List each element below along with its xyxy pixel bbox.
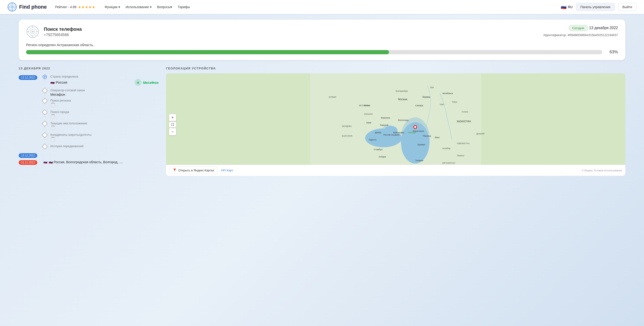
- zoom-out-button[interactable]: −: [169, 128, 176, 136]
- map-pin-icon: 📍: [172, 168, 177, 172]
- logo-icon: [8, 2, 17, 12]
- svg-text:Ашхабад: Ашхабад: [442, 147, 450, 150]
- search-info: Поиск телефона +79275654566: [26, 25, 82, 38]
- map-footer: 📍 Открыть в Яндекс.Картах API Карт © Янд…: [166, 165, 625, 176]
- tl-group-coords: Координаты широты/долготы: [41, 133, 158, 142]
- svg-text:Челябинск: Челябинск: [442, 92, 453, 95]
- left-column: 13 ДЕКАБРЯ 2022 13.12.2022 Страна опреде…: [19, 67, 158, 167]
- navbar: Find phone Рейтинг - 4.89 ★★★★★ Функции …: [0, 0, 644, 14]
- coords-spinner-icon: [50, 137, 56, 142]
- nav-usage[interactable]: Использование ▾: [126, 5, 152, 9]
- progress-fill: [26, 50, 389, 54]
- svg-text:Астана: Астана: [462, 111, 468, 113]
- city-label: Поиск города: [50, 110, 158, 114]
- tl-dot-inner-1: [44, 76, 46, 78]
- svg-text:Самара: Самара: [415, 104, 424, 107]
- logout-button[interactable]: Выйти: [618, 3, 636, 11]
- svg-text:Киев: Киев: [366, 121, 371, 124]
- timeline-entry-history1: 13.12.2022: [19, 153, 158, 158]
- tl-group-city: Поиск города: [41, 110, 158, 119]
- tl-group-history: История передвижений: [41, 144, 158, 149]
- timeline-date-2: 13.12.2022: [19, 153, 37, 158]
- country-value: 🇷🇺 Россия М МегаФон: [50, 79, 158, 86]
- megafon-logo-area: 🇷🇺 Россия М МегаФон: [50, 79, 158, 86]
- search-card: Поиск телефона +79275654566 Сегодня: 13 …: [19, 19, 625, 60]
- nav-features[interactable]: Функции ▾: [105, 5, 120, 9]
- today-badge: Сегодня:: [569, 25, 588, 31]
- progress-percent: 63%: [606, 50, 618, 54]
- svg-text:Тегеран: Тегеран: [415, 159, 424, 162]
- svg-text:БЕЛАРУСЬ: БЕЛАРУСЬ: [359, 104, 370, 107]
- id-value: 4f99d90f39694cf15bef325122194637: [568, 33, 618, 37]
- rating-label: Рейтинг - 4.89: [55, 5, 76, 9]
- svg-text:Ереван: Ереван: [418, 143, 425, 146]
- svg-text:МОЛДОВА: МОЛДОВА: [342, 125, 352, 127]
- search-id: Идентификатор: 4f99d90f39694cf15bef32512…: [544, 33, 618, 37]
- operator-value: Мегафон: [50, 92, 158, 96]
- brand-name: Find phone: [19, 4, 47, 10]
- tl-connector-1: [41, 75, 48, 81]
- svg-point-15: [32, 31, 33, 32]
- map-container: Москва Казань Челябинск Минск Самара Вор…: [166, 73, 625, 176]
- tl-group-region: Поиск региона: [41, 98, 158, 108]
- dashboard-button[interactable]: Панель управления: [576, 3, 615, 11]
- coords-label: Координаты широты/долготы: [50, 133, 158, 137]
- timeline-date-1: 13.12.2022: [19, 75, 37, 80]
- brand-logo[interactable]: Find phone: [8, 2, 47, 12]
- svg-text:Тбилиси: Тбилиси: [422, 135, 431, 137]
- map-title: ГЕОЛОКАЦИЯ УСТРОЙСТВА: [166, 67, 625, 70]
- svg-text:УЗБЕКИСТАН: УЗБЕКИСТАН: [457, 142, 469, 145]
- navbar-right: 🇷🇺 RU Панель управления Выйти: [561, 3, 636, 11]
- svg-text:Воронеж: Воронеж: [381, 116, 390, 119]
- svg-text:Казань: Казань: [422, 96, 430, 98]
- search-title: Поиск телефона: [44, 26, 82, 32]
- timeline-entry-history2: 31.11.2022 🇷🇺 🇷🇺 Россия, Волгоградская о…: [19, 160, 158, 165]
- location-spinner: [50, 126, 158, 131]
- tl-connector-4: [41, 110, 48, 117]
- lang-label: RU: [568, 5, 573, 9]
- svg-text:М: М: [137, 81, 139, 84]
- city-spinner: [50, 114, 158, 119]
- tl-dot-diamond-4: [42, 121, 48, 127]
- svg-rect-22: [310, 73, 481, 176]
- svg-text:Тобол: Тобол: [452, 101, 457, 103]
- history-2-flag: 🇷🇺: [43, 160, 47, 164]
- progress-row: 63%: [26, 50, 618, 54]
- tl-dot-1: [43, 75, 47, 79]
- zoom-dots-button[interactable]: [169, 122, 176, 128]
- history-label: История передвижений: [50, 144, 158, 148]
- history-2-location: 🇷🇺 Россия, Волгоградская область, Волгор…: [49, 160, 123, 164]
- main-content: Поиск телефона +79275654566 Сегодня: 13 …: [0, 14, 644, 181]
- language-selector[interactable]: 🇷🇺 RU: [561, 4, 573, 10]
- api-link[interactable]: API Карт: [221, 168, 233, 172]
- svg-text:Эльбрус: Эльбрус: [408, 131, 416, 134]
- svg-text:БОЛГАРИЯ: БОЛГАРИЯ: [342, 135, 352, 137]
- tl-group-country: Страна определена 🇷🇺 Россия М: [41, 75, 158, 86]
- region-search-label: Поиск региона: [50, 99, 158, 102]
- coords-spinner: [50, 137, 158, 142]
- svg-text:Екатеринбург: Екатеринбург: [396, 90, 408, 92]
- svg-point-64: [414, 126, 416, 128]
- search-meta: Сегодня: 13 декабря 2022 Идентификатор: …: [544, 25, 618, 37]
- id-label: Идентификатор:: [544, 33, 566, 37]
- nav-menu: Функции ▾ Использование ▾ Вопросы▾ Тариф…: [105, 5, 554, 9]
- svg-text:Днепр: Днепр: [375, 131, 381, 134]
- timeline-date-3: 31.11.2022: [19, 160, 37, 165]
- nav-faq[interactable]: Вопросы▾: [157, 5, 172, 9]
- svg-text:Одесса: Одесса: [369, 138, 376, 141]
- nav-pricing[interactable]: Тарифы: [178, 5, 190, 9]
- tl-connector-2: [41, 88, 48, 95]
- tl-dot-diamond-1: [42, 88, 48, 93]
- right-column: ГЕОЛОКАЦИЯ УСТРОЙСТВА: [166, 67, 625, 176]
- tl-group-location: Текущее местоположение: [41, 121, 158, 131]
- timeline-entry-country: 13.12.2022 Страна определена: [19, 75, 158, 151]
- open-yandex-button[interactable]: 📍 Открыть в Яндекс.Картах: [169, 167, 217, 174]
- region-search-spinner: [50, 103, 158, 108]
- megafon-logo: М МегаФон: [134, 79, 158, 86]
- tl-dot-diamond-6: [42, 144, 48, 149]
- map-svg: Москва Казань Челябинск Минск Самара Вор…: [166, 73, 625, 176]
- zoom-in-button[interactable]: +: [169, 114, 176, 121]
- rating-stars: ★★★★★: [78, 5, 95, 9]
- tl-dot-diamond-3: [42, 109, 48, 115]
- open-yandex-label: Открыть в Яндекс.Картах: [178, 168, 214, 172]
